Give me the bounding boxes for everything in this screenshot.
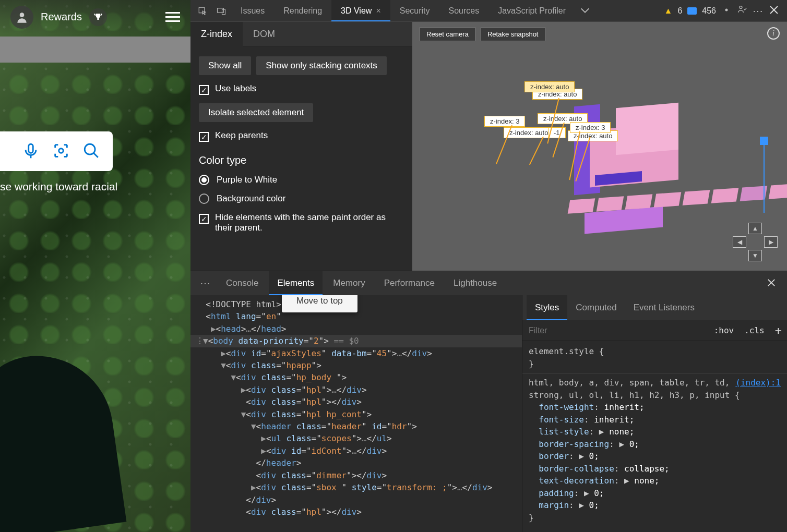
tab-sources[interactable]: Sources bbox=[439, 0, 489, 21]
isolate-button[interactable]: Isolate selected element bbox=[199, 103, 313, 122]
trophy-icon[interactable] bbox=[89, 8, 107, 26]
cls-toggle[interactable]: .cls bbox=[739, 325, 770, 335]
search-icon[interactable] bbox=[82, 142, 100, 161]
headline-text: se working toward racial bbox=[0, 180, 175, 193]
tab-issues[interactable]: Issues bbox=[231, 0, 274, 21]
styles-more-tabs-icon[interactable] bbox=[703, 295, 720, 320]
purple-white-radio[interactable] bbox=[199, 175, 209, 185]
selection-line bbox=[764, 145, 765, 213]
keep-parents-checkbox[interactable] bbox=[199, 132, 209, 142]
styles-tab-computed[interactable]: Computed bbox=[567, 295, 625, 320]
keep-parents-label: Keep parents bbox=[215, 130, 268, 141]
svg-point-3 bbox=[85, 144, 95, 154]
bing-homepage-region: Rewards se working toward racial bbox=[0, 0, 190, 532]
use-labels-label: Use labels bbox=[215, 83, 256, 94]
show-all-button[interactable]: Show all bbox=[199, 56, 251, 75]
z-label: z-index: auto bbox=[524, 81, 575, 92]
camera-lens-icon[interactable] bbox=[52, 142, 70, 161]
inspect-element-icon[interactable] bbox=[194, 3, 211, 19]
nav-down-button[interactable]: ▼ bbox=[748, 250, 762, 261]
styles-tab-event-listeners[interactable]: Event Listeners bbox=[625, 295, 703, 320]
tab-zindex[interactable]: Z-index bbox=[190, 22, 243, 46]
hamburger-menu-icon[interactable] bbox=[165, 12, 180, 22]
drawer-tab-performance[interactable]: Performance bbox=[376, 271, 443, 295]
use-labels-checkbox[interactable] bbox=[199, 85, 209, 95]
drawer-panel: ⋯ Console Elements Memory Performance Li… bbox=[190, 271, 787, 532]
styles-filter-input[interactable] bbox=[522, 326, 709, 335]
styles-panel: Styles Computed Event Listeners :hov .cl… bbox=[522, 295, 787, 532]
styles-tab-styles[interactable]: Styles bbox=[527, 295, 567, 320]
gear-icon[interactable] bbox=[721, 5, 732, 17]
nav-left-button[interactable]: ◀ bbox=[733, 236, 746, 248]
info-icon[interactable]: i bbox=[767, 27, 780, 40]
svg-point-0 bbox=[20, 13, 25, 17]
info-count: 456 bbox=[702, 6, 716, 16]
dom-tree[interactable]: <!DOCTYPE html> <html lang="en" ▶<head>…… bbox=[190, 295, 522, 532]
show-stacking-button[interactable]: Show only stacking contexts bbox=[256, 56, 387, 75]
source-link[interactable]: (index):1 bbox=[735, 377, 781, 389]
retake-snapshot-button[interactable]: Retake snapshot bbox=[481, 27, 545, 41]
styles-rules[interactable]: element.style { } (index):1html, body, a… bbox=[522, 341, 787, 532]
close-devtools-icon[interactable] bbox=[769, 5, 779, 16]
drawer-tab-console[interactable]: Console bbox=[218, 271, 267, 295]
warning-count: 6 bbox=[677, 6, 682, 16]
tab-security[interactable]: Security bbox=[390, 0, 439, 21]
microphone-icon[interactable] bbox=[22, 142, 40, 161]
3d-viewport[interactable]: Reset camera Retake snapshot i z-index: … bbox=[412, 22, 787, 271]
feedback-icon[interactable] bbox=[737, 5, 747, 17]
tooltip-move-to-top: Move to top bbox=[282, 295, 357, 312]
drawer-tab-lighthouse[interactable]: Lighthouse bbox=[445, 271, 505, 295]
tab-3d-view[interactable]: 3D View× bbox=[331, 0, 390, 21]
svg-point-2 bbox=[59, 148, 64, 153]
tab-rendering[interactable]: Rendering bbox=[274, 0, 331, 21]
kebab-menu-icon[interactable]: ⋯ bbox=[753, 5, 764, 17]
info-badge-icon[interactable] bbox=[687, 7, 697, 15]
hide-same-label: Hide elements with the same paint order … bbox=[215, 212, 404, 233]
tab-js-profiler[interactable]: JavaScript Profiler bbox=[488, 0, 575, 21]
warning-icon[interactable]: ▲ bbox=[664, 6, 673, 16]
search-box[interactable] bbox=[0, 131, 113, 171]
new-style-rule-button[interactable]: + bbox=[770, 324, 787, 337]
drawer-close-icon[interactable] bbox=[760, 279, 783, 288]
hide-same-checkbox[interactable] bbox=[199, 214, 209, 224]
z-label: z-index: 3 bbox=[484, 116, 525, 127]
more-tabs-icon[interactable] bbox=[576, 3, 594, 19]
bg-color-label: Background color bbox=[217, 194, 285, 204]
nav-up-button[interactable]: ▲ bbox=[748, 223, 762, 234]
drawer-tab-memory[interactable]: Memory bbox=[325, 271, 373, 295]
close-icon[interactable]: × bbox=[376, 6, 380, 16]
color-type-heading: Color type bbox=[199, 154, 404, 166]
svg-point-8 bbox=[740, 6, 742, 9]
svg-rect-1 bbox=[29, 144, 33, 153]
zindex-side-panel: Z-index DOM Show all Show only stacking … bbox=[190, 22, 412, 271]
selection-marker bbox=[760, 137, 768, 145]
device-toolbar-icon[interactable] bbox=[212, 3, 230, 19]
svg-rect-5 bbox=[218, 8, 224, 12]
drawer-menu-icon[interactable]: ⋯ bbox=[195, 277, 216, 289]
z-label: z-index: auto bbox=[504, 127, 554, 138]
3d-tiles bbox=[569, 184, 787, 215]
bg-road bbox=[0, 37, 190, 63]
z-label: z-index: 3 bbox=[570, 122, 611, 133]
3d-nav-controls: ▲ ◀ ▶ ▼ bbox=[733, 223, 778, 261]
devtools-panel: Issues Rendering 3D View× Security Sourc… bbox=[190, 0, 787, 532]
hov-toggle[interactable]: :hov bbox=[709, 325, 740, 335]
reset-camera-button[interactable]: Reset camera bbox=[420, 27, 475, 41]
drawer-tab-elements[interactable]: Elements bbox=[269, 271, 323, 295]
account-avatar[interactable] bbox=[10, 6, 33, 29]
nav-right-button[interactable]: ▶ bbox=[764, 236, 778, 248]
purple-white-label: Purple to White bbox=[217, 175, 277, 185]
rewards-label[interactable]: Rewards bbox=[41, 11, 82, 23]
tab-dom[interactable]: DOM bbox=[243, 22, 285, 46]
svg-rect-4 bbox=[199, 7, 205, 13]
devtools-top-toolbar: Issues Rendering 3D View× Security Sourc… bbox=[190, 0, 787, 22]
svg-point-7 bbox=[725, 9, 728, 11]
bg-color-radio[interactable] bbox=[199, 194, 209, 204]
